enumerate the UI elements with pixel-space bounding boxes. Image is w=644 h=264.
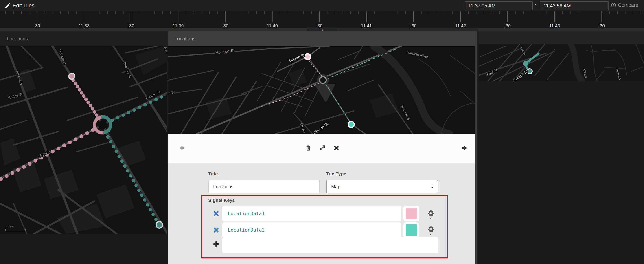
plus-icon [213, 241, 219, 247]
svg-text:11:41: 11:41 [361, 23, 372, 28]
tile-type-field-label: Tile Type [326, 171, 346, 177]
close-editor-button[interactable] [334, 145, 339, 152]
editor-toolbar [168, 134, 475, 163]
map-left[interactable]: 50m3rd Ave N4th Ave N2nd Ave NBridge StE… [0, 46, 167, 234]
svg-text::30: :30 [410, 23, 417, 28]
tile-type-select[interactable]: Map ▲▼ [326, 180, 438, 193]
svg-text:11:42: 11:42 [455, 23, 466, 28]
gear-icon [426, 209, 435, 217]
tile-locations-left: Locations 50m3rd Ave N4th Ave N2nd Ave N… [0, 32, 167, 234]
chevron-down-icon[interactable]: ▼ [429, 233, 432, 236]
map-center[interactable]: Mt Hope StHarpeth RiverBridge Stn St5th … [168, 46, 475, 134]
svg-text:11:39: 11:39 [173, 23, 184, 28]
svg-text::30: :30 [128, 23, 134, 28]
x-icon [213, 227, 219, 233]
title-field-label: Title [208, 171, 218, 177]
signal-key-1-settings-button[interactable] [426, 209, 435, 217]
tile-title [478, 32, 644, 44]
map-right[interactable]: Ave NFair StChurch Stdy Lnston Ln [478, 44, 644, 81]
expand-tile-button[interactable] [319, 145, 326, 152]
time-separator: : [535, 3, 536, 9]
tile-settings-form: Title Tile Type Map ▲▼ Signal Keys ▼ [168, 163, 475, 264]
dashboard-edit-screen: Edit Tiles : Compare :3011:38:3011:39:30… [0, 0, 644, 264]
trash-icon [305, 145, 312, 151]
remove-signal-key-2-button[interactable] [213, 227, 219, 233]
gear-icon [426, 225, 435, 233]
signal-keys-highlight: Signal Keys ▼ [201, 195, 448, 258]
compare-label: Compare [618, 2, 638, 8]
tile-title: Locations [0, 32, 167, 46]
previous-tile-button[interactable] [178, 145, 185, 152]
svg-text::30: :30 [34, 23, 40, 28]
top-bar: Edit Tiles : Compare [0, 0, 644, 12]
signal-key-1-input[interactable] [222, 206, 402, 221]
pencil-icon [4, 3, 11, 10]
x-icon [213, 211, 219, 217]
timeline-ticks: :3011:38:3011:39:3011:40:3011:41:3011:42… [0, 12, 644, 28]
chevron-down-icon[interactable]: ▼ [429, 217, 432, 220]
tile-title: Locations [168, 32, 475, 46]
svg-text::30: :30 [598, 23, 605, 28]
timeline-scroll-thumb[interactable] [338, 28, 478, 32]
page-title: Edit Tiles [12, 3, 34, 9]
add-signal-key-button[interactable] [213, 241, 219, 247]
tile-locations-right: Ave NFair StChurch Stdy Lnston Ln [478, 32, 644, 81]
signal-key-1-color-swatch[interactable] [403, 206, 420, 221]
arrow-left-icon [178, 145, 185, 151]
svg-text::30: :30 [222, 23, 228, 28]
tile-editor-modal: Locations Mt Hope StHarpeth RiverBridge … [168, 32, 477, 264]
signal-key-2-color-swatch[interactable] [403, 222, 420, 238]
signal-key-2-settings-button[interactable] [426, 225, 435, 233]
signal-key-2-input[interactable] [222, 222, 402, 238]
arrow-right-icon [462, 145, 468, 151]
clock-icon [611, 3, 616, 8]
close-icon [334, 145, 339, 151]
timeline-scroll-strip[interactable]: ▲ [0, 28, 644, 32]
tile-type-value: Map [331, 184, 340, 189]
select-spinner-icon: ▲▼ [431, 184, 433, 189]
svg-text:11:43: 11:43 [549, 23, 560, 28]
end-time-input[interactable] [540, 1, 608, 10]
svg-text:11:38: 11:38 [78, 23, 90, 28]
timeline-ruler[interactable]: :3011:38:3011:39:3011:40:3011:41:3011:42… [0, 12, 644, 28]
svg-text:11:40: 11:40 [267, 23, 278, 28]
svg-text::30: :30 [504, 23, 511, 28]
remove-signal-key-1-button[interactable] [213, 211, 219, 217]
signal-keys-label: Signal Keys [208, 198, 235, 203]
delete-tile-button[interactable] [305, 145, 312, 152]
start-time-input[interactable] [465, 1, 533, 10]
timeline-collapse-handle[interactable]: ▲ [307, 28, 338, 32]
svg-text:50m: 50m [6, 225, 14, 229]
new-signal-key-input[interactable] [222, 237, 439, 253]
expand-icon [319, 145, 326, 151]
svg-text::30: :30 [316, 23, 322, 28]
next-tile-button[interactable] [462, 145, 468, 152]
title-input[interactable] [208, 180, 320, 193]
compare-button[interactable]: Compare [611, 2, 638, 8]
